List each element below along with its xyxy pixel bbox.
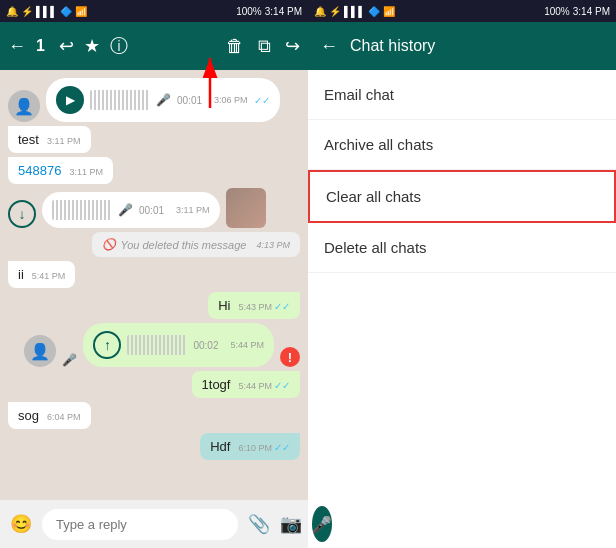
play-button[interactable]: ▶ — [56, 86, 84, 114]
msg-time: 3:11 PM — [69, 167, 103, 177]
emoji-icon[interactable]: 😊 — [10, 513, 32, 535]
waveform — [90, 90, 150, 110]
right-top-bar: ← Chat history — [308, 22, 616, 70]
menu-item-clear-chats[interactable]: Clear all chats — [308, 170, 616, 223]
text-bubble-received: ii 5:41 PM — [8, 261, 75, 288]
top-bar-actions: 🗑 ⧉ ↪ — [226, 35, 300, 57]
menu-item-email-chat[interactable]: Email chat — [308, 70, 616, 120]
left-panel: 🔔 ⚡ ▌▌▌ 🔷 📶 100% 3:14 PM ← 1 ↩ ★ ⓘ 🗑 ⧉ ↪ — [0, 0, 308, 548]
left-time: 3:14 PM — [265, 6, 302, 17]
signal-bars: ▌▌▌ — [36, 6, 57, 17]
read-ticks: ✓✓ — [274, 442, 290, 453]
right-usb-icon: ⚡ — [329, 6, 341, 17]
bluetooth-icon: 🔷 — [60, 6, 72, 17]
table-row: 👤 🎤 ↑ 00:02 5:44 PM ! — [8, 323, 300, 367]
right-back-button[interactable]: ← — [320, 36, 338, 57]
msg-time: 5:44 PM — [230, 340, 264, 350]
copy-icon[interactable]: ⧉ — [258, 36, 271, 57]
msg-time: 5:43 PM — [238, 302, 272, 312]
battery-pct: 100% — [236, 6, 262, 17]
error-badge: ! — [280, 347, 300, 367]
msg-text: sog — [18, 408, 39, 423]
right-bluetooth-icon: 🔷 — [368, 6, 380, 17]
voice-duration: 00:02 — [193, 340, 218, 351]
menu-item-delete-chats[interactable]: Delete all chats — [308, 223, 616, 273]
msg-text: Hdf — [210, 439, 230, 454]
menu-list: Email chat Archive all chats Clear all c… — [308, 70, 616, 548]
msg-time: 3:11 PM — [47, 136, 81, 146]
msg-time: 4:13 PM — [256, 240, 290, 250]
deleted-message-bubble: 🚫 You deleted this message 4:13 PM — [92, 232, 300, 257]
voice-upload-bubble: ↑ 00:02 5:44 PM — [83, 323, 274, 367]
left-top-bar: ← 1 ↩ ★ ⓘ 🗑 ⧉ ↪ — [0, 22, 308, 70]
mic-button[interactable]: 🎤 — [312, 506, 332, 542]
right-time: 3:14 PM — [573, 6, 610, 17]
table-row: sog 6:04 PM — [8, 402, 300, 429]
input-bar: 😊 📎 📷 🎤 — [0, 500, 308, 548]
usb-icon: ⚡ — [21, 6, 33, 17]
text-bubble-sent: 1togf 5:44 PM ✓✓ — [192, 371, 300, 398]
table-row: ii 5:41 PM — [8, 261, 300, 288]
read-ticks: ✓✓ — [254, 95, 270, 106]
left-status-bar: 🔔 ⚡ ▌▌▌ 🔷 📶 100% 3:14 PM — [0, 0, 308, 22]
status-bar-left: 🔔 ⚡ ▌▌▌ 🔷 📶 — [6, 6, 87, 17]
msg-time: 3:11 PM — [176, 205, 210, 215]
status-bar-right: 100% 3:14 PM — [236, 6, 302, 17]
chat-area: 👤 ▶ 🎤 00:01 3:06 PM ✓✓ test 3:11 PM — [0, 70, 308, 500]
msg-content: sog 6:04 PM — [18, 408, 81, 423]
back-button[interactable]: ← — [8, 36, 26, 57]
table-row: 👤 ▶ 🎤 00:01 3:06 PM ✓✓ — [8, 78, 300, 122]
right-status-bar-left: 🔔 ⚡ ▌▌▌ 🔷 📶 — [314, 6, 395, 17]
msg-content: 1togf 5:44 PM ✓✓ — [202, 377, 290, 392]
voice-duration: 00:01 — [177, 95, 202, 106]
image-thumbnail — [226, 188, 266, 228]
right-signal-bars: ▌▌▌ — [344, 6, 365, 17]
delete-icon[interactable]: 🗑 — [226, 36, 244, 57]
text-bubble-link-received: 548876 3:11 PM — [8, 157, 113, 184]
msg-time: 3:06 PM — [214, 95, 248, 105]
msg-content: 548876 3:11 PM — [18, 163, 103, 178]
reply-icon[interactable]: ↩ — [59, 35, 74, 57]
msg-content: Hdf 6:10 PM ✓✓ — [210, 439, 290, 454]
read-ticks: ✓✓ — [274, 301, 290, 312]
selection-counter: 1 — [36, 37, 45, 55]
voice-image-bubble: 🎤 00:01 3:11 PM — [42, 192, 220, 228]
right-wifi-icon: 📶 — [383, 6, 395, 17]
read-ticks: ✓✓ — [274, 380, 290, 391]
right-status-bar-right: 100% 3:14 PM — [544, 6, 610, 17]
msg-content: test 3:11 PM — [18, 132, 81, 147]
upload-icon[interactable]: ↑ — [93, 331, 121, 359]
download-icon[interactable]: ↓ — [8, 200, 36, 228]
deleted-text: You deleted this message — [120, 239, 246, 251]
waveform — [52, 200, 112, 220]
text-bubble-received: test 3:11 PM — [8, 126, 91, 153]
info-icon[interactable]: ⓘ — [110, 34, 128, 58]
msg-content: ii 5:41 PM — [18, 267, 65, 282]
menu-item-archive-chats[interactable]: Archive all chats — [308, 120, 616, 170]
text-bubble-sent: Hdf 6:10 PM ✓✓ — [200, 433, 300, 460]
deleted-icon: 🚫 — [102, 238, 116, 251]
msg-time: 6:04 PM — [47, 412, 81, 422]
text-bubble-received: sog 6:04 PM — [8, 402, 91, 429]
table-row: Hi 5:43 PM ✓✓ — [8, 292, 300, 319]
text-bubble-sent: Hi 5:43 PM ✓✓ — [208, 292, 300, 319]
msg-content: Hi 5:43 PM ✓✓ — [218, 298, 290, 313]
msg-text: ii — [18, 267, 24, 282]
table-row: Hdf 6:10 PM ✓✓ — [8, 433, 300, 460]
camera-icon[interactable]: 📷 — [280, 513, 302, 535]
right-battery-pct: 100% — [544, 6, 570, 17]
link-text[interactable]: 548876 — [18, 163, 61, 178]
table-row: 🚫 You deleted this message 4:13 PM — [8, 232, 300, 257]
msg-text: Hi — [218, 298, 230, 313]
msg-time: 5:44 PM — [238, 381, 272, 391]
msg-time: 6:10 PM — [238, 443, 272, 453]
star-icon[interactable]: ★ — [84, 35, 100, 57]
mic-icon: 🎤 — [156, 93, 171, 107]
forward-icon[interactable]: ↪ — [285, 35, 300, 57]
attach-icon[interactable]: 📎 — [248, 513, 270, 535]
mic-icon: 🎤 — [118, 203, 133, 217]
avatar: 👤 — [8, 90, 40, 122]
right-panel-title: Chat history — [350, 37, 435, 55]
reply-input[interactable] — [42, 509, 238, 540]
notification-icon: 🔔 — [6, 6, 18, 17]
